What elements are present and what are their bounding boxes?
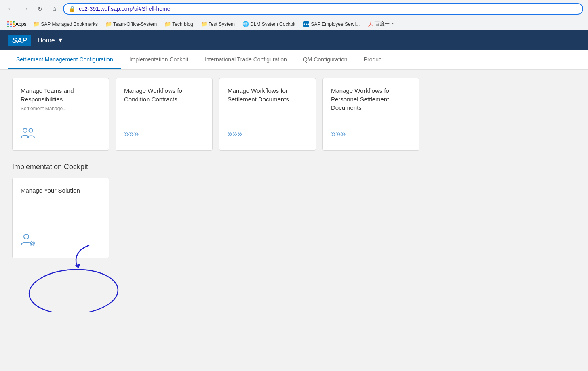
baidu-icon: 人 bbox=[368, 21, 373, 27]
sap-logo: SAP bbox=[8, 35, 31, 46]
card-workflows-personnel[interactable]: Manage Workflows for Personnel Settlemen… bbox=[322, 78, 419, 151]
section2-heading: Implementation Cockpit bbox=[12, 163, 576, 171]
home-button[interactable]: ⌂ bbox=[48, 3, 60, 15]
sap-header: SAP Home ▼ bbox=[0, 30, 588, 50]
bookmark-sap-employee[interactable]: SAP SAP Employee Servi... bbox=[300, 21, 363, 28]
bookmark-label: SAP Employee Servi... bbox=[311, 21, 360, 27]
bookmark-label: Tech blog bbox=[172, 21, 193, 27]
home-dropdown-arrow: ▼ bbox=[57, 37, 64, 44]
card-manage-teams[interactable]: Manage Teams and Responsibilities Settle… bbox=[12, 78, 109, 151]
svg-point-0 bbox=[23, 128, 27, 132]
apps-label: Apps bbox=[15, 21, 26, 27]
bookmark-dlm[interactable]: 🌐 DLM System Cockpit bbox=[240, 21, 299, 28]
tab-implementation[interactable]: Implementation Cockpit bbox=[121, 50, 196, 69]
folder-icon: 📁 bbox=[34, 21, 39, 27]
folder-icon: 📁 bbox=[106, 21, 112, 27]
cards-grid-section2: Manage Your Solution @ bbox=[12, 178, 576, 258]
tab-qm[interactable]: QM Configuration bbox=[295, 50, 356, 69]
tab-navigation: Settlement Management Configuration Impl… bbox=[0, 50, 588, 70]
workflow-icon: »»» bbox=[124, 128, 204, 142]
bookmark-tech-blog[interactable]: 📁 Tech blog bbox=[162, 21, 196, 28]
apps-bookmark[interactable]: Apps bbox=[5, 20, 29, 28]
bookmark-label: SAP Managed Bookmarks bbox=[41, 21, 98, 27]
tab-product[interactable]: Produc... bbox=[356, 50, 394, 69]
card-workflows-condition[interactable]: Manage Workflows for Condition Contracts… bbox=[116, 78, 213, 151]
forward-button[interactable]: → bbox=[19, 3, 31, 15]
refresh-button[interactable]: ↻ bbox=[34, 3, 45, 15]
person-at-icon: @ bbox=[21, 233, 101, 250]
bookmark-team-office[interactable]: 📁 Team-Office-System bbox=[103, 21, 160, 28]
home-label: Home bbox=[38, 37, 55, 44]
svg-point-7 bbox=[28, 267, 119, 312]
card-subtitle: Settlement Manage... bbox=[21, 106, 101, 111]
bookmark-test-system[interactable]: 📁 Test System bbox=[198, 21, 238, 28]
address-bar[interactable]: 🔒 bbox=[63, 3, 583, 15]
bookmark-label: Team-Office-System bbox=[113, 21, 157, 27]
svg-text:@: @ bbox=[30, 240, 35, 247]
bookmarks-bar: Apps 📁 SAP Managed Bookmarks 📁 Team-Offi… bbox=[0, 18, 588, 30]
workflow-icon: »»» bbox=[331, 128, 411, 142]
svg-point-1 bbox=[29, 129, 33, 132]
home-title[interactable]: Home ▼ bbox=[38, 37, 64, 44]
svg-text:»»»: »»» bbox=[331, 129, 346, 139]
card-title: Manage Your Solution bbox=[21, 186, 101, 195]
back-button[interactable]: ← bbox=[5, 3, 16, 15]
card-title: Manage Workflows for Settlement Document… bbox=[228, 86, 308, 103]
browser-toolbar: ← → ↻ ⌂ 🔒 bbox=[0, 0, 588, 18]
svg-text:»»»: »»» bbox=[228, 129, 242, 139]
card-title: Manage Workflows for Personnel Settlemen… bbox=[331, 86, 411, 112]
card-manage-solution[interactable]: Manage Your Solution @ bbox=[12, 178, 109, 258]
card-workflows-settlement[interactable]: Manage Workflows for Settlement Document… bbox=[219, 78, 316, 151]
sap-icon: SAP bbox=[303, 21, 309, 27]
browser-chrome: ← → ↻ ⌂ 🔒 Apps 📁 SAP Ma bbox=[0, 0, 588, 30]
tab-settlement[interactable]: Settlement Management Configuration bbox=[8, 50, 121, 69]
apps-grid-icon bbox=[7, 21, 14, 27]
bookmark-label: 百度一下 bbox=[375, 21, 394, 27]
bookmark-label: Test System bbox=[209, 21, 235, 27]
main-content: Manage Teams and Responsibilities Settle… bbox=[0, 70, 588, 312]
people-icon bbox=[21, 127, 101, 142]
svg-marker-8 bbox=[75, 264, 80, 268]
bookmark-baidu[interactable]: 人 百度一下 bbox=[365, 20, 398, 28]
card-title: Manage Workflows for Condition Contracts bbox=[124, 86, 204, 103]
circle-annotation bbox=[25, 264, 122, 312]
cards-grid-section1: Manage Teams and Responsibilities Settle… bbox=[12, 78, 576, 151]
svg-text:»»»: »»» bbox=[124, 129, 139, 139]
url-input[interactable] bbox=[79, 6, 577, 12]
globe-icon: 🌐 bbox=[243, 21, 249, 27]
bookmark-label: DLM System Cockpit bbox=[250, 21, 295, 27]
tab-international[interactable]: International Trade Configuration bbox=[196, 50, 295, 69]
card-title: Manage Teams and Responsibilities bbox=[21, 86, 101, 103]
svg-point-5 bbox=[24, 234, 29, 239]
folder-icon: 📁 bbox=[165, 21, 171, 27]
workflow-icon: »»» bbox=[228, 128, 308, 142]
bookmark-sap-managed[interactable]: 📁 SAP Managed Bookmarks bbox=[30, 21, 101, 28]
folder-icon: 📁 bbox=[201, 21, 207, 27]
lock-icon: 🔒 bbox=[69, 6, 76, 12]
